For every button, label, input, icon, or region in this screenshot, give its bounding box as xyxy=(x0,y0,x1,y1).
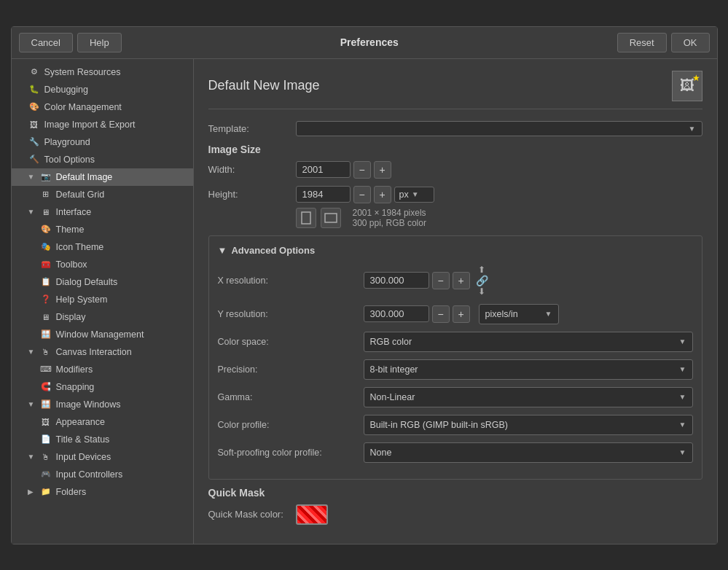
sidebar-item-system-resources[interactable]: ⚙ System Resources xyxy=(12,63,193,81)
x-res-increase-btn[interactable]: + xyxy=(453,272,470,289)
content-area: Default New Image 🖼 ★ Template: ▼ Image … xyxy=(194,59,717,544)
image-info: 2001 × 1984 pixels 300 ppi, RGB color xyxy=(353,208,426,228)
star-icon: ★ xyxy=(692,73,700,83)
dialog-title: Preferences xyxy=(126,36,613,48)
sidebar-item-input-devices[interactable]: ▼ 🖱 Input Devices xyxy=(12,448,193,466)
sidebar-item-color-management[interactable]: 🎨 Color Management xyxy=(12,98,193,116)
soft-proofing-select[interactable]: None ▼ xyxy=(364,442,693,463)
sidebar-item-label: Image Windows xyxy=(56,399,121,410)
sidebar-item-help-system[interactable]: ❓ Help System xyxy=(12,291,193,308)
sidebar-item-window-management[interactable]: 🪟 Window Management xyxy=(12,326,193,343)
template-label: Template: xyxy=(208,123,296,134)
sidebar-item-label: Appearance xyxy=(56,417,105,427)
sidebar-item-default-grid[interactable]: ⊞ Default Grid xyxy=(12,186,193,203)
sidebar-item-canvas-interaction[interactable]: ▼ 🖱 Canvas Interaction xyxy=(12,343,193,361)
unit-dropdown-arrow: ▼ xyxy=(412,190,419,198)
sidebar-item-icon-theme[interactable]: 🎭 Icon Theme xyxy=(12,238,193,256)
new-image-icon: 🖼 ★ xyxy=(672,71,702,101)
quick-mask-title: Quick Mask xyxy=(208,487,702,499)
image-info-line2: 300 ppi, RGB color xyxy=(353,218,426,228)
display-icon: 🖥 xyxy=(39,311,52,324)
canvas-interaction-icon: 🖱 xyxy=(39,345,52,359)
sidebar-item-label: Input Devices xyxy=(56,452,111,462)
soft-proofing-row: Soft-proofing color profile: None ▼ xyxy=(218,442,693,463)
titlebar-left-buttons: Cancel Help xyxy=(19,33,122,52)
width-increase-btn[interactable]: + xyxy=(374,161,391,179)
x-resolution-row: X resolution: − + ⬆ 🔗 ⬇ xyxy=(218,265,693,297)
precision-select[interactable]: 8-bit integer ▼ xyxy=(364,359,693,380)
unit-value: px xyxy=(399,190,409,200)
help-button[interactable]: Help xyxy=(77,33,122,52)
sidebar-item-folders[interactable]: ▶ 📁 Folders xyxy=(12,483,193,501)
sidebar-item-title-status[interactable]: 📄 Title & Status xyxy=(12,431,193,448)
sidebar-item-toolbox[interactable]: 🧰 Toolbox xyxy=(12,256,193,273)
color-management-icon: 🎨 xyxy=(28,101,41,114)
sidebar-item-interface[interactable]: ▼ 🖥 Interface xyxy=(12,203,193,221)
advanced-options-title[interactable]: ▼ Advanced Options xyxy=(218,245,693,256)
height-decrease-btn[interactable]: − xyxy=(353,186,371,203)
height-controls: − + px ▼ xyxy=(296,186,434,228)
landscape-orientation-btn[interactable] xyxy=(321,208,341,228)
resolution-unit-value: pixels/in xyxy=(485,309,518,319)
folders-icon: 📁 xyxy=(39,485,52,499)
gamma-value: Non-Linear xyxy=(370,392,415,402)
image-info-line1: 2001 × 1984 pixels xyxy=(353,208,426,218)
portrait-orientation-btn[interactable] xyxy=(296,208,316,228)
titlebar: Cancel Help Preferences Reset OK xyxy=(12,27,717,59)
precision-arrow: ▼ xyxy=(679,365,686,373)
expand-arrow-default-image: ▼ xyxy=(28,173,38,181)
sidebar-item-label: Toolbox xyxy=(56,259,87,270)
sidebar-item-display[interactable]: 🖥 Display xyxy=(12,308,193,326)
help-system-icon: ❓ xyxy=(39,293,52,306)
sidebar-item-debugging[interactable]: 🐛 Debugging xyxy=(12,81,193,98)
system-resources-icon: ⚙ xyxy=(28,66,41,79)
soft-proofing-value: None xyxy=(370,448,392,458)
sidebar-item-label: Playground xyxy=(44,137,90,147)
y-res-decrease-btn[interactable]: − xyxy=(432,305,450,323)
y-res-increase-btn[interactable]: + xyxy=(453,305,470,323)
sidebar-item-playground[interactable]: 🔧 Playground xyxy=(12,133,193,151)
width-input[interactable] xyxy=(296,161,351,178)
content-title: Default New Image xyxy=(208,78,320,93)
height-increase-btn[interactable]: + xyxy=(374,186,391,203)
color-space-value: RGB color xyxy=(370,337,412,347)
reset-button[interactable]: Reset xyxy=(617,33,667,52)
chain-link-icon: ⬆ 🔗 ⬇ xyxy=(476,265,488,297)
appearance-icon: 🖼 xyxy=(39,415,52,429)
color-space-select[interactable]: RGB color ▼ xyxy=(364,332,693,352)
expand-arrow-folders: ▶ xyxy=(28,488,38,496)
sidebar-item-label: Input Controllers xyxy=(56,469,123,480)
x-res-decrease-btn[interactable]: − xyxy=(432,272,450,289)
y-resolution-input[interactable] xyxy=(364,305,429,322)
unit-select[interactable]: px ▼ xyxy=(394,187,434,203)
sidebar-item-appearance[interactable]: 🖼 Appearance xyxy=(12,413,193,431)
sidebar-item-label: Display xyxy=(56,312,86,322)
width-decrease-btn[interactable]: − xyxy=(353,161,371,179)
sidebar-item-image-windows[interactable]: ▼ 🪟 Image Windows xyxy=(12,396,193,413)
x-resolution-group: − + ⬆ 🔗 ⬇ xyxy=(364,265,491,297)
height-input[interactable] xyxy=(296,186,351,203)
x-resolution-input[interactable] xyxy=(364,272,429,289)
sidebar-item-label: Help System xyxy=(56,294,108,305)
template-select[interactable]: ▼ xyxy=(296,121,702,136)
quick-mask-color-label: Quick Mask color: xyxy=(208,509,296,520)
color-profile-select[interactable]: Built-in RGB (GIMP built-in sRGB) ▼ xyxy=(364,415,693,435)
y-resolution-group: − + pixels/in ▼ xyxy=(364,304,559,324)
sidebar-item-modifiers[interactable]: ⌨ Modifiers xyxy=(12,361,193,378)
sidebar-item-label: Color Management xyxy=(44,102,122,112)
sidebar-item-snapping[interactable]: 🧲 Snapping xyxy=(12,378,193,396)
sidebar-item-theme[interactable]: 🎨 Theme xyxy=(12,221,193,238)
width-input-group: − + xyxy=(296,161,391,179)
sidebar-item-tool-options[interactable]: 🔨 Tool Options xyxy=(12,151,193,168)
sidebar-item-dialog-defaults[interactable]: 📋 Dialog Defaults xyxy=(12,273,193,291)
sidebar-item-input-controllers[interactable]: 🎮 Input Controllers xyxy=(12,466,193,483)
sidebar-item-image-import[interactable]: 🖼 Image Import & Export xyxy=(12,116,193,133)
ok-button[interactable]: OK xyxy=(671,33,710,52)
quick-mask-color-swatch[interactable] xyxy=(296,504,328,525)
sidebar-item-default-image[interactable]: ▼ 📷 Default Image xyxy=(12,168,193,186)
gamma-select[interactable]: Non-Linear ▼ xyxy=(364,387,693,407)
resolution-unit-select[interactable]: pixels/in ▼ xyxy=(479,304,559,324)
dialog-defaults-icon: 📋 xyxy=(39,276,52,289)
color-space-row: Color space: RGB color ▼ xyxy=(218,332,693,352)
cancel-button[interactable]: Cancel xyxy=(19,33,73,52)
